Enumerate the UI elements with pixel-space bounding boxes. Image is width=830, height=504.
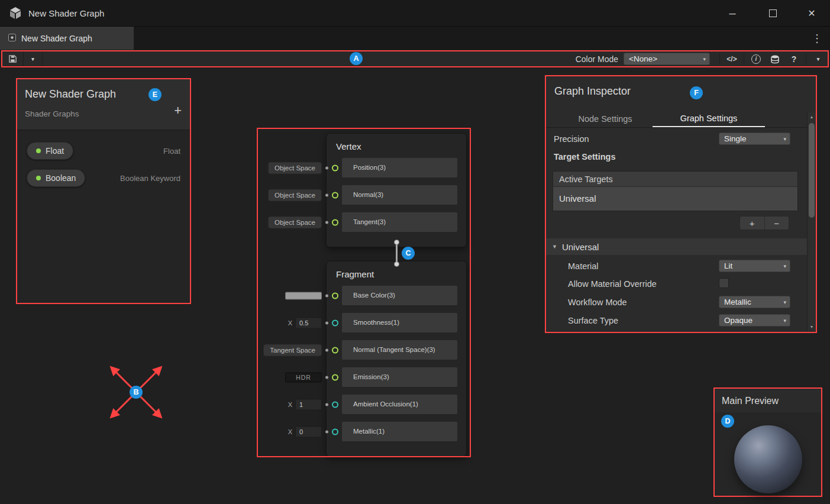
port-icon[interactable] bbox=[332, 319, 338, 326]
list-item: Boolean Boolean Keyword bbox=[17, 164, 190, 192]
fragment-row-metallic: X 0 Metallic(1) bbox=[342, 422, 457, 441]
help-button[interactable]: ? bbox=[784, 51, 803, 66]
allow-material-override-checkbox[interactable] bbox=[719, 278, 729, 288]
workflow-mode-dropdown[interactable]: Metallic ▾ bbox=[719, 296, 790, 308]
port-label: Normal(3) bbox=[342, 185, 457, 205]
maximize-button[interactable] bbox=[760, 0, 785, 27]
chevron-down-icon: ▾ bbox=[783, 136, 786, 142]
save-dropdown-button[interactable]: ▾ bbox=[24, 51, 43, 66]
port-icon[interactable] bbox=[332, 192, 338, 198]
universal-foldout[interactable]: ▼ Universal bbox=[546, 238, 807, 255]
blackboard-toggle-button[interactable] bbox=[766, 51, 784, 66]
fragment-node[interactable]: Fragment Base Color(3) X 0.5 Smoothness(… bbox=[326, 261, 467, 457]
precision-label: Precision bbox=[554, 134, 589, 144]
blackboard-property-float[interactable]: Float bbox=[27, 142, 73, 160]
space-dropdown[interactable]: Object Space bbox=[268, 189, 322, 201]
save-button[interactable] bbox=[2, 51, 24, 66]
connector-end-icon bbox=[394, 240, 399, 245]
scrollbar-thumb[interactable] bbox=[809, 123, 815, 218]
save-icon bbox=[8, 54, 17, 63]
vertex-row-normal: Object Space Normal(3) bbox=[342, 185, 457, 205]
connector-stub-icon bbox=[325, 321, 328, 324]
port-label: Normal (Tangent Space)(3) bbox=[342, 340, 457, 360]
port-icon[interactable] bbox=[332, 428, 338, 435]
active-targets-list: Active Targets Universal bbox=[553, 171, 798, 211]
remove-target-button[interactable]: − bbox=[764, 217, 789, 230]
blackboard-property-boolean[interactable]: Boolean bbox=[27, 169, 85, 187]
blackboard-header: New Shader Graph Shader Graphs + E bbox=[17, 79, 190, 130]
fragment-row-base-color: Base Color(3) bbox=[342, 286, 457, 305]
view-code-button[interactable]: </> bbox=[722, 51, 741, 66]
port-icon[interactable] bbox=[332, 347, 338, 353]
annotation-badge-a: A bbox=[350, 52, 363, 65]
add-property-button[interactable]: + bbox=[174, 104, 182, 117]
blackboard-subtitle: Shader Graphs bbox=[25, 109, 79, 118]
minimize-button[interactable]: – bbox=[720, 0, 745, 27]
material-value: Lit bbox=[724, 261, 732, 270]
property-type-label: Boolean Keyword bbox=[120, 174, 180, 183]
shader-graph-window: New Shader Graph – ✕ New Shader Graph ⋮ … bbox=[0, 0, 830, 504]
toolbar-divider bbox=[719, 53, 720, 64]
surface-type-value: Opaque bbox=[724, 316, 753, 325]
shader-graph-tab-icon bbox=[8, 33, 17, 44]
scroll-up-icon[interactable]: ▲ bbox=[808, 112, 816, 121]
add-target-button[interactable]: + bbox=[740, 217, 764, 230]
unity-logo bbox=[8, 5, 23, 21]
color-mode-label: Color Mode bbox=[576, 54, 618, 64]
annotation-badge-d: D bbox=[721, 415, 734, 428]
space-dropdown[interactable]: Object Space bbox=[268, 216, 322, 228]
port-icon[interactable] bbox=[332, 401, 338, 408]
graph-toolbar: ▾ Color Mode <None> ▾ </> i ? ▾ bbox=[1, 50, 829, 67]
node-title: Vertex bbox=[327, 134, 466, 158]
value-field[interactable]: 0 bbox=[295, 426, 322, 437]
annotation-badge-b: B bbox=[130, 386, 143, 399]
property-name: Float bbox=[46, 146, 64, 156]
graph-inspector-panel: Graph Inspector F Node Settings Graph Se… bbox=[545, 75, 817, 333]
toolbar-divider bbox=[806, 53, 806, 64]
port-label: Emission(3) bbox=[342, 367, 457, 387]
connector-stub-icon bbox=[325, 376, 328, 379]
graph-inspector-toggle-button[interactable]: i bbox=[747, 51, 766, 66]
material-dropdown[interactable]: Lit ▾ bbox=[719, 260, 790, 272]
overflow-menu-icon[interactable]: ⋮ bbox=[809, 27, 825, 50]
port-icon[interactable] bbox=[332, 374, 338, 380]
close-button[interactable]: ✕ bbox=[799, 0, 824, 27]
material-label: Material bbox=[568, 261, 599, 271]
value-field[interactable]: 0.5 bbox=[295, 317, 322, 328]
target-item-universal[interactable]: Universal bbox=[553, 187, 797, 211]
fragment-row-smoothness: X 0.5 Smoothness(1) bbox=[342, 313, 457, 332]
preview-sphere[interactable] bbox=[734, 425, 802, 493]
space-dropdown[interactable]: Tangent Space bbox=[263, 344, 322, 356]
surface-type-dropdown[interactable]: Opaque ▾ bbox=[719, 314, 790, 327]
node-connector bbox=[396, 244, 398, 262]
port-icon[interactable] bbox=[332, 164, 338, 171]
color-swatch[interactable] bbox=[285, 292, 322, 299]
precision-dropdown[interactable]: Single ▾ bbox=[719, 133, 790, 145]
tab-node-settings[interactable]: Node Settings bbox=[558, 110, 653, 127]
property-dot-icon bbox=[36, 148, 41, 153]
connector-stub-icon bbox=[325, 430, 328, 433]
window-title: New Shader Graph bbox=[28, 8, 104, 18]
toolbar-overflow-button[interactable]: ▾ bbox=[809, 51, 828, 66]
toolbar-divider bbox=[744, 53, 744, 64]
port-icon[interactable] bbox=[332, 292, 338, 299]
color-mode-dropdown[interactable]: <None> ▾ bbox=[624, 53, 710, 65]
vertex-node[interactable]: Vertex Object Space Position(3) Object S… bbox=[326, 133, 467, 247]
tab-graph-settings[interactable]: Graph Settings bbox=[653, 110, 765, 127]
tab-new-shader-graph[interactable]: New Shader Graph bbox=[0, 27, 134, 50]
inspector-tabs: Node Settings Graph Settings bbox=[546, 110, 816, 128]
space-dropdown[interactable]: Object Space bbox=[268, 161, 322, 174]
hdr-color-field[interactable]: HDR bbox=[285, 372, 322, 382]
inspector-scrollbar[interactable]: ▲ ▼ bbox=[807, 112, 816, 331]
property-name: Boolean bbox=[46, 173, 76, 183]
scroll-down-icon[interactable]: ▼ bbox=[808, 322, 816, 331]
port-label: Ambient Occlusion(1) bbox=[342, 395, 457, 414]
annotation-badge-f: F bbox=[690, 86, 703, 99]
axis-label: X bbox=[288, 401, 292, 408]
color-mode-value: <None> bbox=[629, 54, 657, 63]
value-field[interactable]: 1 bbox=[295, 399, 322, 410]
target-add-remove-group: + − bbox=[739, 216, 789, 230]
list-item: Float Float bbox=[17, 137, 190, 164]
blackboard-body: Float Float Boolean Boolean Keyword bbox=[17, 130, 190, 192]
port-icon[interactable] bbox=[332, 219, 338, 225]
